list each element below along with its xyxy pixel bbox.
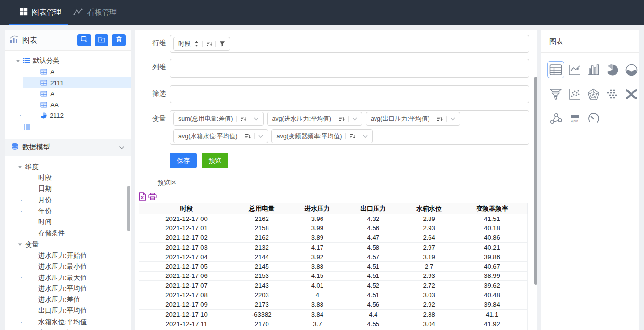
variable-tag[interactable]: avg(水箱水位:平均值) — [173, 129, 268, 143]
chevron-down-icon[interactable] — [363, 135, 368, 138]
column-header: 总用电量 — [234, 203, 289, 214]
variable-item[interactable]: 进水压力:开始值 — [23, 250, 131, 261]
variable-item[interactable]: 变频器频率:平均值 — [23, 328, 131, 330]
variable-item[interactable]: 进水压力:最大值 — [23, 272, 131, 283]
tree-item-A[interactable]: A — [23, 88, 131, 99]
row-dimension-tag[interactable]: 时段 — [173, 37, 230, 51]
variable-tag[interactable]: avg(出口压力:平均值) — [366, 112, 460, 126]
sankey-chart-icon[interactable] — [623, 86, 639, 103]
variable-item[interactable]: 出口压力:平均值 — [23, 305, 131, 316]
variables-input[interactable]: sum(总用电量:差值)avg(进水压力:平均值)avg(出口压力:平均值)av… — [170, 110, 529, 145]
dimensions-list: 时段日期月份年份时间存储条件 — [21, 172, 131, 239]
tree-item-2111[interactable]: 2111 — [23, 77, 131, 88]
preview-button[interactable]: 预览 — [202, 153, 228, 168]
chevron-down-icon[interactable] — [352, 117, 357, 121]
row-dimension-input[interactable]: 时段 — [170, 35, 529, 53]
caret-down-icon[interactable] — [18, 164, 22, 171]
tree-item-label: 2112 — [50, 112, 64, 119]
variable-tag[interactable]: sum(总用电量:差值) — [173, 112, 264, 126]
bar-chart-icon[interactable] — [585, 61, 602, 78]
line-chart-icon[interactable] — [566, 61, 583, 78]
tree-item-AA[interactable]: AA — [23, 99, 131, 110]
group-dimensions[interactable]: 维度 — [18, 162, 131, 172]
heatmap-chart-icon[interactable] — [604, 86, 621, 103]
table-cell: 2162 — [234, 233, 289, 242]
chevron-down-icon[interactable] — [254, 117, 259, 121]
table-cell: 2145 — [234, 262, 289, 271]
sort-amount-icon[interactable] — [206, 41, 212, 47]
row-dimension-tag-label: 时段 — [178, 40, 191, 48]
variable-item[interactable]: 进水压力:平均值 — [23, 283, 131, 294]
add-folder-button[interactable] — [95, 34, 108, 46]
data-model-header[interactable]: 数据模型 — [5, 139, 131, 156]
divider — [202, 41, 203, 47]
tab-dashboard-management[interactable]: 看板管理 — [73, 0, 117, 25]
variable-item[interactable]: 水箱水位:平均值 — [23, 317, 131, 328]
chevron-down-icon[interactable] — [119, 143, 125, 152]
tree-item-A[interactable]: A — [23, 66, 131, 77]
dimension-item[interactable]: 时段 — [23, 172, 131, 183]
sort-amount-icon[interactable] — [240, 116, 246, 122]
table-row: 2021-12-17 0021623.964.322.8941.51 — [139, 214, 528, 223]
col-dimension-input[interactable] — [170, 59, 529, 78]
scatter-chart-icon[interactable] — [566, 86, 583, 103]
main-panel-scrollbar[interactable] — [534, 77, 537, 285]
delete-button[interactable] — [112, 34, 126, 46]
variable-item[interactable]: 进水压力:最小值 — [23, 261, 131, 272]
funnel-icon[interactable] — [219, 41, 225, 47]
active-tab-underline — [9, 24, 68, 25]
sort-amount-icon[interactable] — [339, 116, 345, 122]
variable-tag[interactable]: avg(变频器频率:平均值) — [271, 129, 373, 143]
liquid-chart-icon[interactable] — [623, 61, 639, 78]
save-button[interactable]: 保存 — [170, 153, 197, 168]
variable-tag-label: avg(出口压力:平均值) — [371, 115, 429, 123]
variable-item[interactable]: 进水压力:差值 — [23, 294, 131, 305]
table-cell: 4.51 — [345, 290, 401, 300]
dimension-item[interactable]: 月份 — [23, 195, 131, 206]
dimension-item[interactable]: 日期 — [23, 183, 131, 194]
dimension-item[interactable]: 年份 — [23, 206, 131, 217]
table-cell: -63382 — [234, 309, 289, 319]
tree-category-default[interactable]: 默认分类 — [16, 55, 131, 66]
table-cell: 39.84 — [457, 300, 528, 309]
pie-chart-icon[interactable] — [604, 61, 621, 78]
graph-chart-icon[interactable] — [547, 110, 564, 127]
table-cell: 2170 — [234, 319, 289, 329]
filter-input[interactable] — [170, 85, 529, 103]
sort-icon[interactable] — [194, 41, 199, 47]
variable-tag[interactable]: avg(进水压力:平均值) — [267, 112, 362, 126]
group-variables[interactable]: 变量 — [18, 239, 131, 250]
sort-amount-icon[interactable] — [437, 116, 443, 122]
tree-category-unnamed[interactable] — [24, 122, 131, 133]
import-chart-button[interactable] — [77, 34, 91, 46]
table-cell: 41.51 — [457, 214, 528, 223]
sort-amount-icon[interactable] — [245, 133, 251, 139]
chevron-down-icon[interactable] — [258, 135, 263, 138]
radar-chart-icon[interactable] — [585, 86, 602, 103]
gauge-chart-icon[interactable] — [585, 110, 602, 127]
caret-down-icon[interactable] — [16, 57, 20, 65]
excel-export-icon[interactable] — [139, 192, 146, 201]
left-panel-scrollbar[interactable] — [127, 186, 130, 231]
tab-chart-management[interactable]: 图表管理 — [20, 0, 61, 25]
divider — [335, 116, 335, 122]
dimension-item[interactable]: 存储条件 — [23, 227, 131, 238]
divider — [254, 133, 255, 139]
table-cell: 2021-12-17 09 — [139, 300, 234, 309]
row-dimension-label: 行维 — [139, 35, 166, 51]
table-cell: 3.03 — [401, 290, 457, 300]
sort-amount-icon[interactable] — [349, 133, 355, 139]
chart-list-header: 图表 — [5, 30, 131, 51]
table-chart-icon[interactable] — [547, 61, 564, 78]
dimension-item[interactable]: 时间 — [23, 217, 131, 227]
dimension-item-label: 存储条件 — [38, 229, 65, 238]
funnel-chart-icon[interactable] — [547, 86, 564, 103]
polyline-icon — [73, 8, 83, 17]
card-chart-icon[interactable]: 4,801 — [566, 110, 583, 127]
table-cell: 3.04 — [401, 319, 457, 329]
chevron-down-icon[interactable] — [450, 117, 455, 121]
caret-down-icon[interactable] — [18, 241, 22, 248]
tree-item-2112[interactable]: 2112 — [23, 110, 131, 121]
print-icon[interactable] — [148, 193, 157, 200]
variables-label: 变量 — [139, 110, 166, 126]
